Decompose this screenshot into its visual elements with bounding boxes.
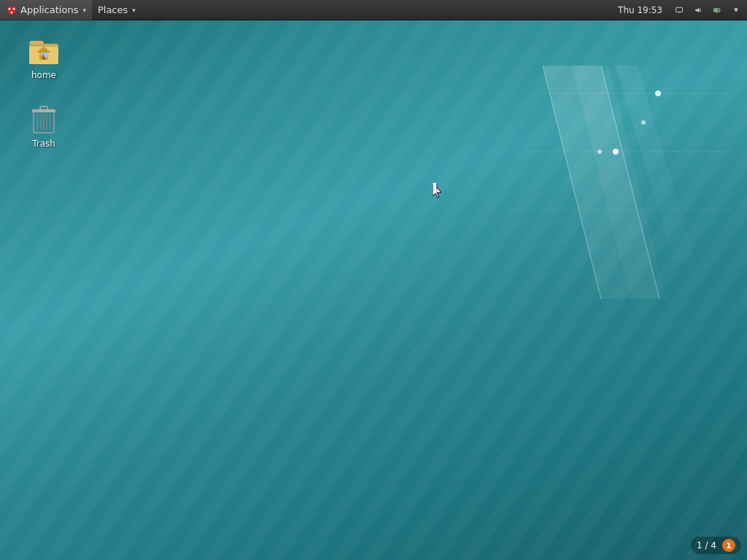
screen-tray-icon[interactable]	[671, 2, 687, 18]
svg-point-15	[11, 11, 13, 13]
volume-icon	[694, 5, 702, 15]
svg-rect-29	[44, 52, 48, 57]
svg-line-37	[50, 114, 50, 130]
battery-icon	[713, 5, 721, 15]
workspace-badge: 1	[722, 539, 735, 552]
home-label: home	[31, 70, 56, 80]
desktop-decoration	[455, 58, 732, 306]
trash-label: Trash	[32, 139, 55, 149]
top-panel: Applications ▾ Places ▾ Thu 19:53	[0, 0, 747, 20]
workspace-switcher[interactable]: 1 / 4 1	[691, 537, 741, 554]
svg-point-13	[9, 7, 11, 9]
svg-rect-39	[40, 106, 47, 110]
panel-left: Applications ▾ Places ▾	[0, 0, 612, 20]
home-icon[interactable]: home	[15, 29, 73, 83]
places-arrow: ▾	[132, 7, 136, 14]
svg-rect-30	[41, 52, 43, 55]
svg-point-6	[641, 120, 646, 125]
desktop-icons: home	[15, 29, 73, 166]
applications-label: Applications	[20, 4, 78, 15]
decoration-svg	[455, 58, 732, 306]
panel-right: Thu 19:53	[612, 0, 747, 20]
applications-arrow: ▾	[82, 7, 86, 14]
places-label: Places	[98, 4, 128, 15]
svg-rect-16	[676, 7, 683, 12]
svg-rect-21	[719, 9, 720, 11]
places-menu[interactable]: Places ▾	[92, 0, 142, 20]
battery-tray-icon[interactable]	[709, 2, 725, 18]
svg-rect-22	[714, 9, 718, 11]
applications-menu-icon	[6, 4, 18, 16]
screen-icon	[676, 5, 683, 15]
desktop: Applications ▾ Places ▾ Thu 19:53	[0, 0, 747, 560]
svg-marker-19	[695, 7, 699, 12]
volume-tray-icon[interactable]	[690, 2, 706, 18]
home-folder-icon	[26, 32, 61, 67]
system-menu-icon[interactable]: ▾	[728, 2, 744, 18]
clock[interactable]: Thu 19:53	[612, 0, 668, 20]
workspace-text: 1 / 4	[697, 540, 716, 551]
trash-can-icon	[26, 101, 61, 136]
svg-point-14	[13, 7, 15, 9]
applications-menu[interactable]: Applications ▾	[0, 0, 92, 20]
svg-line-33	[37, 114, 38, 130]
trash-icon[interactable]: Trash	[15, 98, 73, 152]
